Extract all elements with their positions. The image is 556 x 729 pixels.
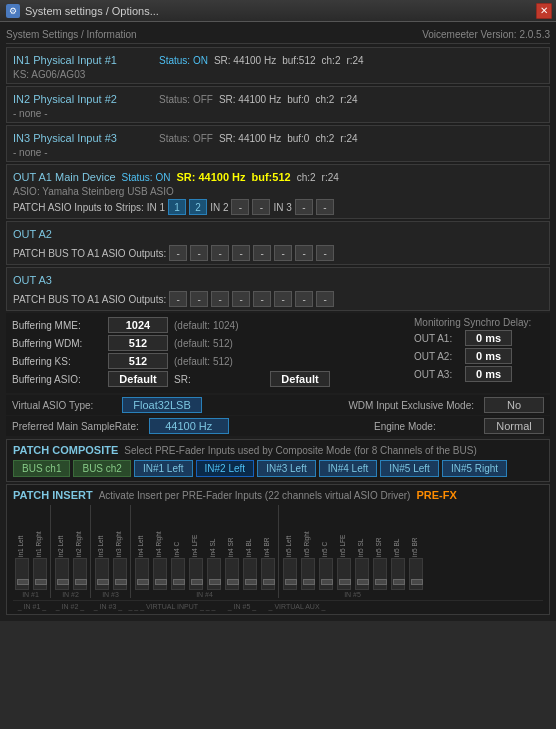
out-a1-r: r:24: [322, 172, 339, 183]
title-bar: ⚙ System settings / Options... ✕: [0, 0, 556, 22]
sample-rate-value[interactable]: 44100 Hz: [149, 418, 229, 434]
asio-label: Buffering ASIO:: [12, 374, 102, 385]
in3-buf: buf:0: [287, 133, 309, 144]
patch-in3-btn2[interactable]: -: [316, 199, 334, 215]
out-a3-btn8[interactable]: -: [316, 291, 334, 307]
wdm-exclusive-value[interactable]: No: [484, 397, 544, 413]
ch-in1-right: in1 Right: [31, 505, 48, 591]
out-a1-buf: buf:512: [252, 171, 291, 183]
out-a2-patch-row: PATCH BUS TO A1 ASIO Outputs: - - - - - …: [13, 245, 543, 261]
virtual-asio-label: Virtual ASIO Type:: [12, 400, 112, 411]
in3-patch-label: IN 3: [273, 202, 291, 213]
ch-in4-bl: in4 BL: [241, 505, 258, 591]
ch-in4-sl: in4 SL: [205, 505, 222, 591]
out-a1-name: OUT A1 Main Device: [13, 171, 116, 183]
out-a1-status: Status: ON: [122, 172, 171, 183]
wdm-value: 512: [108, 335, 168, 351]
out-a3-btn3[interactable]: -: [211, 291, 229, 307]
ch-in4-c: in4 C: [169, 505, 186, 591]
out-a2-btn5[interactable]: -: [253, 245, 271, 261]
mon-a2-value: 0 ms: [465, 348, 512, 364]
version-label: Voicemeeter Version: 2.0.5.3: [422, 29, 550, 40]
header-left: System Settings / Information: [6, 29, 137, 40]
out-a2-btn2[interactable]: -: [190, 245, 208, 261]
in2-left-btn[interactable]: IN#2 Left: [196, 460, 255, 477]
out-a2-patch-label: PATCH BUS TO A1 ASIO Outputs:: [13, 248, 166, 259]
patch-insert-desc: Activate Insert per PRE-Fader Inputs (22…: [99, 490, 411, 501]
sr-label: SR:: [174, 374, 264, 385]
out-a3-name: OUT A3: [13, 274, 52, 286]
out-a3-btn4[interactable]: -: [232, 291, 250, 307]
out-a2-btn3[interactable]: -: [211, 245, 229, 261]
ch-in4-lfe: in4 LFE: [187, 505, 204, 591]
out-a1-section: OUT A1 Main Device Status: ON SR: 44100 …: [6, 164, 550, 219]
in3-section: IN3 Physical Input #3 Status: OFF SR: 44…: [6, 125, 550, 162]
in2-r: r:24: [340, 94, 357, 105]
out-a3-section: OUT A3 PATCH BUS TO A1 ASIO Outputs: - -…: [6, 267, 550, 311]
ch-in5-br: in5 BR: [407, 505, 424, 591]
in3-sub: - none -: [13, 147, 543, 158]
buffering-monitoring-section: Buffering MME: 1024 (default: 1024) Buff…: [6, 313, 550, 393]
ch-in5-left: in5 Left: [281, 505, 298, 591]
out-a2-btn6[interactable]: -: [274, 245, 292, 261]
out-a2-btn7[interactable]: -: [295, 245, 313, 261]
wdm-exclusive-label: WDM Input Exclusive Mode:: [348, 400, 474, 411]
in5-right-btn[interactable]: IN#5 Right: [442, 460, 507, 477]
ch-in2-left: in2 Left: [53, 505, 70, 591]
out-a3-btn5[interactable]: -: [253, 291, 271, 307]
patch-in1-btn2[interactable]: 2: [189, 199, 207, 215]
asio-value: Default: [108, 371, 168, 387]
in2-section: IN2 Physical Input #2 Status: OFF SR: 44…: [6, 86, 550, 123]
ch-in4-sr: in4 SR: [223, 505, 240, 591]
patch-in2-btn2[interactable]: -: [252, 199, 270, 215]
engine-mode-label: Engine Mode:: [374, 421, 474, 432]
out-a1-ch: ch:2: [297, 172, 316, 183]
bus-ch2-btn[interactable]: BUS ch2: [73, 460, 130, 477]
composite-buttons: BUS ch1 BUS ch2 IN#1 Left IN#2 Left IN#3…: [13, 460, 543, 477]
window-title: System settings / Options...: [25, 5, 159, 17]
channel-strips-container: in1 Left in1 Right IN #1 in2 Left: [13, 505, 543, 598]
app-icon: ⚙: [6, 4, 20, 18]
out-a3-btn7[interactable]: -: [295, 291, 313, 307]
in2-status: Status: OFF: [159, 94, 213, 105]
out-a1-asio: ASIO: Yamaha Steinberg USB ASIO: [13, 186, 543, 197]
mon-a3-label: OUT A3:: [414, 369, 459, 380]
wdm-default: (default: 512): [174, 338, 233, 349]
out-a3-btn1[interactable]: -: [169, 291, 187, 307]
mon-a3-value: 0 ms: [465, 366, 512, 382]
in3-sr: SR: 44100 Hz: [219, 133, 281, 144]
out-a2-btn8[interactable]: -: [316, 245, 334, 261]
bus-ch1-btn[interactable]: BUS ch1: [13, 460, 70, 477]
out-a3-btn6[interactable]: -: [274, 291, 292, 307]
ch-in5-c: in5 C: [317, 505, 334, 591]
prefx-label: PRE-FX: [416, 489, 456, 501]
out-a2-btn4[interactable]: -: [232, 245, 250, 261]
patch-in3-btn1[interactable]: -: [295, 199, 313, 215]
mme-default: (default: 1024): [174, 320, 239, 331]
ks-value: 512: [108, 353, 168, 369]
patch-in1-btn1[interactable]: 1: [168, 199, 186, 215]
out-a3-patch-label: PATCH BUS TO A1 ASIO Outputs:: [13, 294, 166, 305]
in1-left-btn[interactable]: IN#1 Left: [134, 460, 193, 477]
in2-sr: SR: 44100 Hz: [219, 94, 281, 105]
patch-in2-btn1[interactable]: -: [231, 199, 249, 215]
in4-left-btn[interactable]: IN#4 Left: [319, 460, 378, 477]
engine-mode-value[interactable]: Normal: [484, 418, 544, 434]
in3-left-btn[interactable]: IN#3 Left: [257, 460, 316, 477]
sr-value: Default: [270, 371, 330, 387]
mon-a1-value: 0 ms: [465, 330, 512, 346]
patch-composite-title: PATCH COMPOSITE: [13, 444, 118, 456]
patch-composite-desc: Select PRE-Fader Inputs used by Composit…: [124, 445, 476, 456]
ch-in1-left: in1 Left: [13, 505, 30, 591]
close-button[interactable]: ✕: [536, 3, 552, 19]
mme-value: 1024: [108, 317, 168, 333]
out-a3-btn2[interactable]: -: [190, 291, 208, 307]
in5-left-btn[interactable]: IN#5 Left: [380, 460, 439, 477]
patch-insert-title: PATCH INSERT: [13, 489, 93, 501]
virtual-asio-value[interactable]: Float32LSB: [122, 397, 202, 413]
in3-name: IN3 Physical Input #3: [13, 132, 153, 144]
patch-asio-label: PATCH ASIO Inputs to Strips:: [13, 202, 144, 213]
out-a2-btn1[interactable]: -: [169, 245, 187, 261]
patch-composite-section: PATCH COMPOSITE Select PRE-Fader Inputs …: [6, 439, 550, 482]
mon-a1-label: OUT A1:: [414, 333, 459, 344]
